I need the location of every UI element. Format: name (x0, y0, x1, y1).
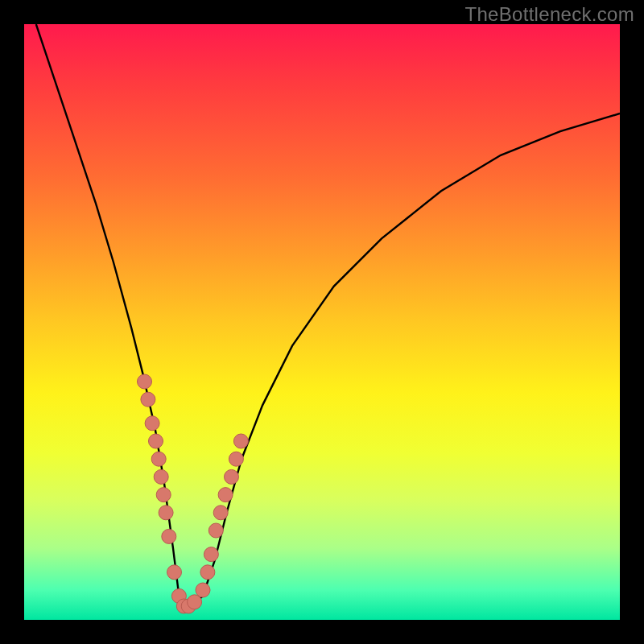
marker-point (159, 506, 173, 520)
marker-point (233, 434, 248, 448)
marker-point (151, 452, 166, 466)
bottleneck-curve (36, 24, 620, 608)
marker-group (138, 374, 249, 613)
marker-point (200, 565, 215, 580)
marker-point (196, 583, 210, 597)
marker-point (213, 506, 228, 520)
marker-point (208, 523, 223, 538)
outer-frame: TheBottleneck.com (0, 0, 644, 644)
marker-point (156, 488, 171, 502)
marker-point (154, 469, 168, 484)
marker-point (149, 434, 163, 448)
plot-area (24, 24, 620, 620)
marker-point (162, 529, 176, 543)
marker-point (141, 392, 155, 407)
marker-point (204, 547, 218, 562)
marker-point (218, 488, 233, 502)
marker-point (145, 416, 159, 431)
marker-point (138, 374, 152, 389)
chart-svg (24, 24, 620, 620)
marker-point (167, 565, 182, 580)
watermark-text: TheBottleneck.com (464, 3, 634, 26)
marker-point (229, 452, 243, 466)
marker-point (225, 469, 239, 484)
